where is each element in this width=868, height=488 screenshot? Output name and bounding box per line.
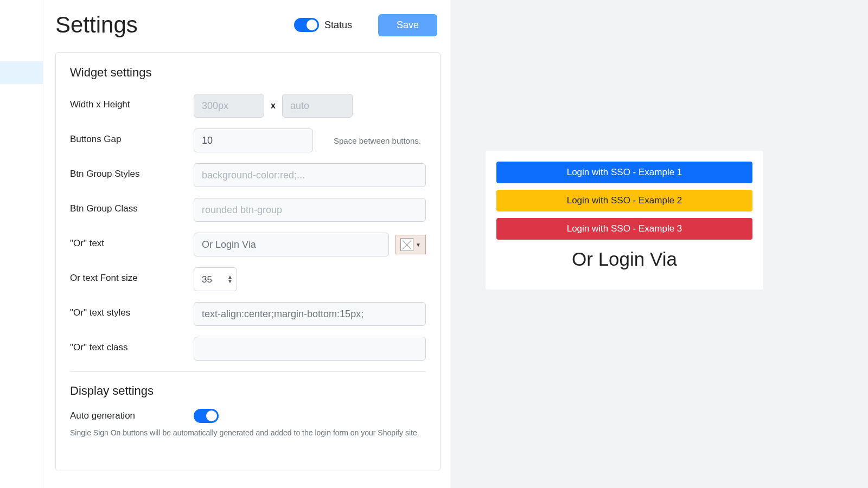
color-swatch-icon bbox=[400, 238, 413, 251]
buttons-gap-label: Buttons Gap bbox=[70, 129, 194, 145]
section-divider bbox=[70, 371, 426, 372]
preview-panel: Login with SSO - Example 1 Login with SS… bbox=[450, 0, 868, 488]
or-text-styles-input[interactable] bbox=[194, 302, 426, 326]
save-button[interactable]: Save bbox=[378, 14, 437, 36]
status-label: Status bbox=[324, 20, 352, 31]
preview-sso-button-2[interactable]: Login with SSO - Example 2 bbox=[496, 190, 752, 211]
or-font-size-select[interactable]: 35 bbox=[194, 267, 237, 291]
or-text-class-input[interactable] bbox=[194, 337, 426, 361]
toggle-knob-icon bbox=[307, 20, 317, 30]
width-height-label: Width x Height bbox=[70, 94, 194, 110]
status-toggle[interactable] bbox=[294, 18, 319, 32]
settings-card: Widget settings Width x Height x Buttons… bbox=[55, 52, 441, 471]
chevron-down-icon: ▼ bbox=[416, 242, 421, 248]
left-sidebar bbox=[0, 0, 43, 488]
or-text-label: "Or" text bbox=[70, 233, 194, 249]
or-text-color-picker[interactable]: ▼ bbox=[395, 235, 426, 254]
preview-sso-button-3[interactable]: Login with SSO - Example 3 bbox=[496, 218, 752, 240]
preview-sso-button-1[interactable]: Login with SSO - Example 1 bbox=[496, 162, 752, 183]
btn-group-styles-input[interactable] bbox=[194, 163, 426, 187]
buttons-gap-input[interactable] bbox=[194, 129, 313, 152]
btn-group-class-input[interactable] bbox=[194, 198, 426, 222]
btn-group-class-label: Btn Group Class bbox=[70, 198, 194, 214]
preview-or-text: Or Login Via bbox=[496, 248, 752, 270]
widget-section-title: Widget settings bbox=[70, 66, 426, 80]
toggle-knob-icon bbox=[206, 410, 217, 421]
page-title: Settings bbox=[55, 12, 138, 38]
or-text-styles-label: "Or" text styles bbox=[70, 302, 194, 318]
or-font-size-label: Or text Font size bbox=[70, 267, 194, 284]
auto-generation-toggle[interactable] bbox=[194, 409, 219, 423]
sidebar-active-item[interactable] bbox=[0, 61, 43, 84]
or-text-input[interactable] bbox=[194, 233, 389, 256]
x-separator: x bbox=[271, 101, 276, 111]
auto-generation-label: Auto generation bbox=[70, 410, 194, 421]
or-text-class-label: "Or" text class bbox=[70, 337, 194, 353]
auto-generation-hint: Single Sign On buttons will be automatic… bbox=[70, 428, 426, 437]
width-input[interactable] bbox=[194, 94, 264, 118]
height-input[interactable] bbox=[282, 94, 353, 118]
display-section-title: Display settings bbox=[70, 384, 426, 398]
buttons-gap-help: Space between buttons. bbox=[334, 136, 421, 145]
settings-panel: Settings Status Save Widget settings Wid… bbox=[43, 0, 450, 488]
preview-card: Login with SSO - Example 1 Login with SS… bbox=[486, 151, 763, 290]
btn-group-styles-label: Btn Group Styles bbox=[70, 163, 194, 179]
